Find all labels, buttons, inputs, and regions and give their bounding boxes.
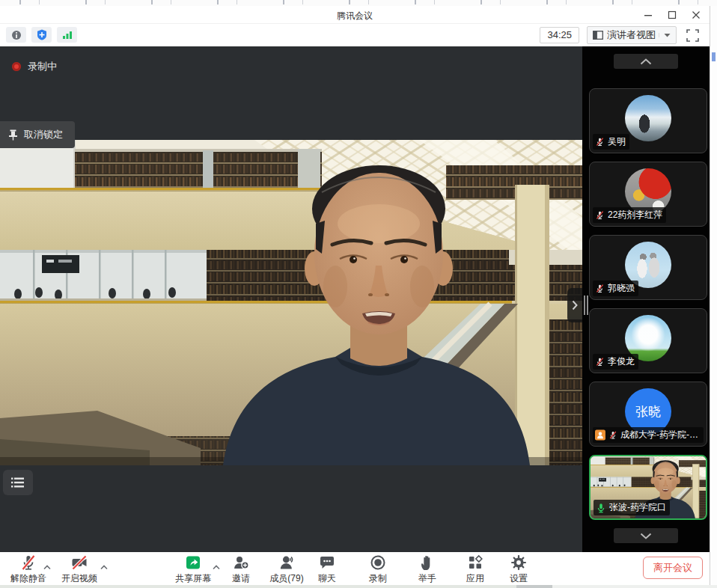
chevron-down-icon [640, 533, 652, 539]
close-icon [692, 10, 701, 19]
chevron-up-icon [213, 565, 220, 570]
mic-muted-icon [608, 430, 617, 440]
titlebar: 腾讯会议 [0, 6, 710, 24]
scroll-down-button[interactable] [614, 528, 678, 543]
bottom-toolbar: 解除静音 开启视频 共享屏幕 [0, 552, 710, 585]
chat-button[interactable]: 聊天 [318, 554, 336, 585]
start-video-button[interactable]: 开启视频 [61, 554, 97, 585]
raise-hand-button[interactable]: 举手 [418, 554, 436, 585]
security-button[interactable] [31, 27, 52, 43]
unmute-label: 解除静音 [10, 572, 46, 585]
record-icon [369, 554, 387, 572]
background-window-bottom-strip [0, 585, 717, 588]
meeting-timer[interactable]: 34:25 [540, 27, 579, 43]
minimize-icon [644, 10, 653, 19]
participant-name-tag: 成都大学-药学院-张... [593, 427, 704, 443]
unlock-label: 取消锁定 [24, 128, 63, 141]
share-options-chevron[interactable] [213, 560, 220, 573]
network-signal-icon [62, 30, 73, 40]
mic-muted-icon [595, 137, 605, 147]
unlock-button[interactable]: 取消锁定 [0, 121, 75, 148]
participant-tile[interactable]: 李俊龙 [589, 308, 707, 373]
participant-tile[interactable]: 郭晓强 [589, 235, 707, 300]
window-controls [636, 6, 708, 24]
chevron-up-icon [100, 565, 108, 570]
mic-muted-icon [595, 357, 605, 367]
raise-hand-label: 举手 [418, 572, 436, 585]
top-control-bar: 34:25 演讲者视图 [0, 24, 710, 46]
invite-icon [232, 554, 250, 572]
camera-off-icon [70, 554, 88, 572]
fullscreen-button[interactable] [684, 27, 701, 43]
host-badge-icon [595, 429, 605, 441]
mic-muted-icon [595, 210, 605, 220]
participant-name: 李俊龙 [608, 355, 635, 368]
chat-label: 聊天 [318, 572, 336, 585]
minimize-button[interactable] [636, 6, 660, 24]
participant-name: 成都大学-药学院-张... [620, 429, 700, 441]
meeting-info-button[interactable] [6, 27, 26, 43]
participant-name: 郭晓强 [608, 282, 635, 295]
members-button[interactable]: 成员(79) [269, 554, 303, 585]
audio-options-chevron[interactable] [43, 560, 51, 573]
meeting-status-icons [6, 27, 77, 43]
pin-icon [8, 129, 18, 141]
settings-label: 设置 [510, 572, 528, 585]
participant-name-tag: 吴明 [593, 134, 629, 150]
members-icon [278, 554, 296, 572]
maximize-button[interactable] [660, 6, 684, 24]
share-screen-label: 共享屏幕 [175, 572, 211, 585]
mic-muted-icon [19, 554, 37, 572]
video-options-chevron[interactable] [100, 560, 108, 573]
view-mode-label: 演讲者视图 [607, 28, 656, 42]
network-quality-button[interactable] [57, 27, 77, 43]
participant-tile[interactable]: 吴明 [589, 88, 707, 153]
participant-name-tag: 张波-药学院口 [594, 500, 670, 515]
mic-muted-icon [595, 284, 605, 293]
share-screen-button[interactable]: 共享屏幕 [175, 554, 211, 585]
participant-name: 22药剂李红萍 [608, 209, 662, 221]
participant-tile[interactable]: 张晓 成都大学-药学院-张... [589, 382, 707, 447]
speaker-video [0, 140, 582, 465]
fullscreen-icon [686, 29, 699, 42]
maximize-icon [668, 10, 677, 19]
unmute-button[interactable]: 解除静音 [10, 554, 46, 585]
invite-button[interactable]: 邀请 [232, 554, 250, 585]
layout-list-button[interactable] [3, 470, 33, 495]
sidebar-collapse-button[interactable] [567, 288, 582, 322]
mic-active-icon [596, 503, 606, 513]
raise-hand-icon [418, 554, 436, 572]
avatar [625, 95, 671, 141]
chevron-right-icon [572, 300, 578, 310]
apps-icon [466, 554, 484, 572]
leave-meeting-button[interactable]: 离开会议 [643, 557, 703, 579]
list-layout-icon [10, 477, 25, 489]
info-icon [11, 30, 22, 40]
main-video-stage: 录制中 取消锁定 [0, 46, 582, 552]
shield-plus-icon [37, 29, 47, 40]
participant-tile[interactable]: 22药剂李红萍 [589, 162, 707, 227]
chevron-up-icon [43, 565, 51, 570]
participant-name: 张波-药学院口 [609, 501, 666, 514]
participant-tile-active-speaker[interactable]: 张波-药学院口 [589, 455, 707, 520]
chevron-up-icon [640, 58, 652, 65]
sidebar-resize-handle[interactable] [584, 295, 588, 315]
view-mode-selector[interactable]: 演讲者视图 [587, 26, 677, 44]
close-button[interactable] [684, 6, 708, 24]
apps-button[interactable]: 应用 [466, 554, 484, 585]
share-screen-icon [184, 554, 202, 572]
recording-indicator: 录制中 [12, 60, 57, 73]
participants-sidebar: 吴明 22药剂李红萍 [582, 46, 710, 552]
settings-button[interactable]: 设置 [510, 554, 528, 585]
settings-icon [510, 554, 528, 572]
speaker-video-frame [0, 140, 582, 465]
recording-dot-icon [12, 62, 21, 71]
scroll-up-button[interactable] [614, 54, 678, 69]
record-label: 录制 [369, 572, 387, 585]
invite-label: 邀请 [232, 572, 250, 585]
members-label: 成员(79) [269, 572, 303, 585]
layout-icon [593, 31, 603, 40]
participant-name: 吴明 [608, 135, 626, 148]
record-button[interactable]: 录制 [369, 554, 387, 585]
participant-name-tag: 李俊龙 [593, 354, 638, 370]
